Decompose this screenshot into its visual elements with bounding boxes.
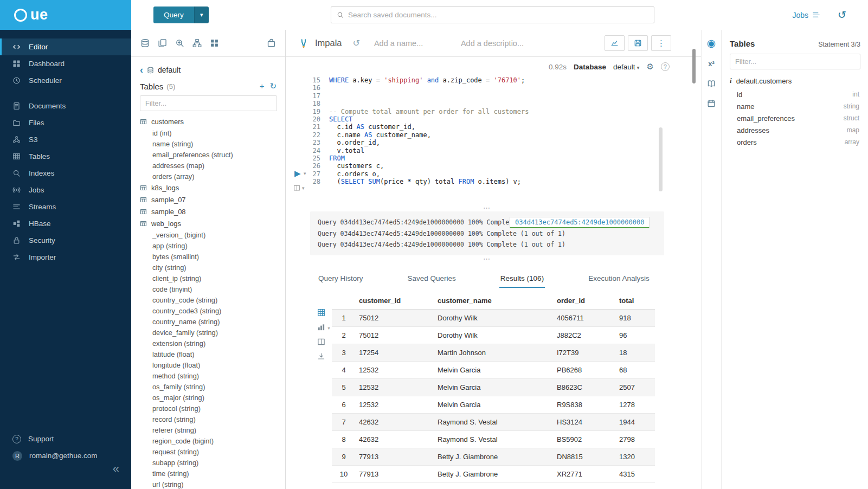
tree-column[interactable]: referer (string) — [131, 424, 285, 435]
tree-column[interactable]: time (string) — [131, 468, 285, 479]
tree-column[interactable]: protocol (string) — [131, 403, 285, 414]
tree-column[interactable]: os_major (string) — [131, 392, 285, 403]
result-row[interactable]: 512532Melvin GarciaB8623C2507 — [332, 379, 655, 396]
code-lines[interactable]: WHERE a.key = 'shipping' and a.zip_code … — [324, 76, 701, 204]
execute-dropdown-caret[interactable]: ▾ — [304, 171, 306, 176]
panel-scrollbar[interactable] — [692, 49, 696, 83]
assist-column-id[interactable]: idint — [722, 88, 868, 100]
tree-table-k8s-logs[interactable]: k8s_logs — [131, 182, 285, 194]
column-header-total[interactable]: total — [616, 292, 655, 310]
query-dropdown-caret[interactable]: ▾ — [194, 7, 209, 23]
result-row[interactable]: 317254Martin JohnsonI72T3918 — [332, 344, 655, 362]
tab-saved-queries[interactable]: Saved Queries — [407, 270, 457, 288]
language-reference-icon[interactable] — [707, 79, 716, 88]
tab-execution-analysis[interactable]: Execution Analysis — [587, 270, 651, 288]
tree-column[interactable]: orders (array) — [131, 171, 285, 182]
tree-column[interactable]: client_ip (string) — [131, 273, 285, 284]
tree-column[interactable]: request (string) — [131, 446, 285, 457]
result-row[interactable]: 1077913Betty J. GiambroneXR27714315 — [332, 466, 655, 483]
columns-view-icon[interactable] — [317, 338, 325, 346]
result-row[interactable]: 612532Melvin GarciaR9S8381278 — [332, 396, 655, 414]
schedule-icon[interactable] — [707, 99, 716, 108]
settings-gear-icon[interactable]: ⚙ — [647, 62, 654, 72]
editor-scrollbar[interactable] — [659, 127, 663, 191]
sidebar-item-files[interactable]: Files — [0, 114, 131, 131]
sidebar-item-indexes[interactable]: Indexes — [0, 165, 131, 182]
functions-icon[interactable]: x² — [708, 60, 715, 68]
download-results-icon[interactable] — [317, 352, 325, 361]
sidebar-item-dashboard[interactable]: Dashboard — [0, 55, 131, 72]
sidebar-item-s3[interactable]: S3 — [0, 131, 131, 148]
tree-column[interactable]: email_preferences (struct) — [131, 149, 285, 160]
resize-handle-top[interactable]: ⋯ — [310, 204, 664, 211]
tree-column[interactable]: extension (string) — [131, 338, 285, 349]
code-editor[interactable]: ▶ ▾ ▾ 1516171819202122232425262728 WHERE… — [286, 73, 701, 204]
chart-view-icon[interactable]: ▾ — [317, 323, 325, 331]
documents-copy-icon[interactable] — [158, 38, 167, 48]
tree-column[interactable]: latitude (float) — [131, 349, 285, 359]
sidebar-item-hbase[interactable]: HBase — [0, 215, 131, 232]
search-input[interactable] — [348, 11, 648, 19]
tree-table-web-logs[interactable]: web_logs — [131, 217, 285, 229]
tree-column[interactable]: longitude (float) — [131, 359, 285, 370]
tree-column[interactable]: city (string) — [131, 262, 285, 273]
result-row[interactable]: 842632Raymond S. VestalBS59022798 — [332, 431, 655, 448]
hue-logo[interactable]: ue — [0, 0, 131, 30]
tree-table-sample-08[interactable]: sample_08 — [131, 205, 285, 217]
tree-column[interactable]: country_code (string) — [131, 294, 285, 305]
assist-column-name[interactable]: namestring — [722, 100, 868, 112]
snippet-history-icon[interactable]: ↺ — [353, 38, 360, 48]
assist-toggle-icon[interactable]: ◉ — [707, 38, 716, 48]
sitemap-icon[interactable] — [192, 38, 202, 48]
result-row[interactable]: 175012Dorothy Wilk4056711918 — [332, 310, 655, 327]
databases-icon[interactable] — [140, 38, 150, 48]
active-table-row[interactable]: i default.customers — [722, 69, 868, 88]
chart-button[interactable] — [605, 35, 625, 51]
sidebar-item-security[interactable]: Security — [0, 232, 131, 249]
tree-column[interactable]: device_family (string) — [131, 327, 285, 338]
tree-column[interactable]: os_family (string) — [131, 381, 285, 392]
result-row[interactable]: 977913Betty J. GiambroneDN88151320 — [332, 448, 655, 466]
tree-column[interactable]: addresses (map) — [131, 160, 285, 171]
jobs-link[interactable]: Jobs — [793, 11, 821, 20]
tree-table-customers[interactable]: customers — [131, 115, 285, 127]
snippet-settings-icon[interactable]: ▾ — [293, 184, 305, 191]
chevron-left-icon[interactable]: ‹ — [140, 65, 143, 75]
tree-column[interactable]: app (string) — [131, 240, 285, 251]
tree-column[interactable]: country_name (string) — [131, 316, 285, 327]
global-search[interactable] — [331, 7, 654, 23]
bag-icon[interactable] — [267, 38, 276, 48]
resize-handle-bottom[interactable]: ⋯ — [310, 255, 664, 262]
sidebar-item-scheduler[interactable]: Scheduler — [0, 72, 131, 89]
tree-column[interactable]: bytes (smallint) — [131, 251, 285, 262]
query-name-input[interactable] — [374, 39, 461, 48]
sidebar-item-editor[interactable]: Editor — [0, 38, 131, 55]
save-button[interactable] — [628, 35, 648, 51]
grid-view-icon[interactable] — [317, 308, 325, 317]
collapse-sidebar-button[interactable]: « — [113, 463, 119, 475]
assist-column-email-preferences[interactable]: email_preferencesstruct — [722, 112, 868, 124]
tables-filter-input[interactable] — [140, 95, 277, 111]
result-row[interactable]: 275012Dorothy WilkJ882C296 — [332, 327, 655, 344]
breadcrumb[interactable]: ‹ default — [131, 57, 285, 76]
sidebar-item-tables[interactable]: Tables — [0, 148, 131, 165]
query-description-input[interactable] — [461, 39, 558, 48]
tree-column[interactable]: _version_ (bigint) — [131, 229, 285, 240]
right-filter-input[interactable] — [730, 54, 860, 69]
apps-grid-icon[interactable] — [210, 38, 219, 48]
query-id-selection[interactable]: 034d413ec7474ed5:4249de1000000000 — [510, 217, 650, 228]
new-query-button[interactable]: Query ▾ — [153, 7, 209, 23]
tree-table-sample-07[interactable]: sample_07 — [131, 194, 285, 205]
sidebar-item-streams[interactable]: Streams — [0, 198, 131, 215]
result-row[interactable]: 742632Raymond S. VestalHS31241944 — [332, 414, 655, 431]
tree-column[interactable]: id (int) — [131, 127, 285, 138]
add-table-button[interactable]: + — [260, 81, 265, 91]
tree-column[interactable]: region_code (bigint) — [131, 435, 285, 446]
tree-column[interactable]: name (string) — [131, 138, 285, 149]
sidebar-item-support[interactable]: ? Support — [0, 430, 131, 447]
query-button-label[interactable]: Query — [153, 7, 194, 23]
more-actions-button[interactable]: ⋮ — [651, 35, 671, 51]
refresh-tables-button[interactable]: ↻ — [269, 81, 277, 91]
tree-column[interactable]: record (string) — [131, 414, 285, 424]
query-history-icon[interactable]: ↺ — [838, 9, 846, 21]
